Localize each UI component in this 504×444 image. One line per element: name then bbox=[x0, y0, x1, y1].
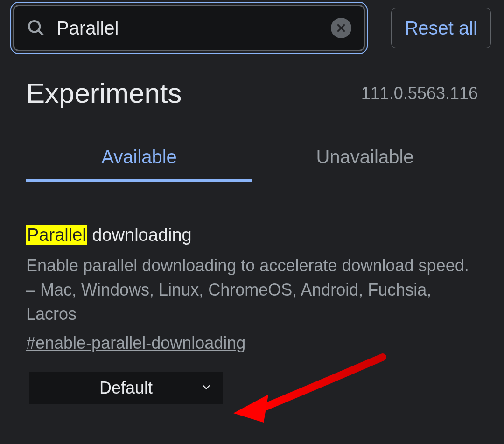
svg-point-0 bbox=[29, 21, 40, 32]
flag-option-select[interactable]: Default bbox=[29, 372, 223, 404]
version-label: 111.0.5563.116 bbox=[361, 84, 478, 103]
flag-description: Enable parallel downloading to accelerat… bbox=[26, 254, 478, 327]
chevron-down-icon bbox=[200, 378, 213, 398]
flag-selected-option: Default bbox=[99, 378, 153, 398]
flag-title-highlight: Parallel bbox=[26, 225, 87, 245]
page-title: Experiments bbox=[26, 77, 182, 109]
tab-available[interactable]: Available bbox=[26, 147, 252, 181]
tab-unavailable[interactable]: Unavailable bbox=[252, 147, 478, 181]
reset-all-button[interactable]: Reset all bbox=[391, 8, 491, 48]
svg-line-1 bbox=[38, 30, 43, 35]
close-icon bbox=[335, 22, 347, 34]
flag-title-rest: downloading bbox=[87, 225, 192, 245]
tabs: Available Unavailable bbox=[26, 147, 478, 181]
flag-item: Parallel downloading Enable parallel dow… bbox=[26, 225, 478, 404]
flag-title: Parallel downloading bbox=[26, 225, 478, 245]
search-icon bbox=[27, 19, 45, 37]
flag-hash-link[interactable]: #enable-parallel-downloading bbox=[26, 333, 245, 353]
search-container[interactable] bbox=[13, 5, 365, 51]
clear-search-button[interactable] bbox=[331, 18, 351, 38]
search-input[interactable] bbox=[56, 18, 331, 39]
